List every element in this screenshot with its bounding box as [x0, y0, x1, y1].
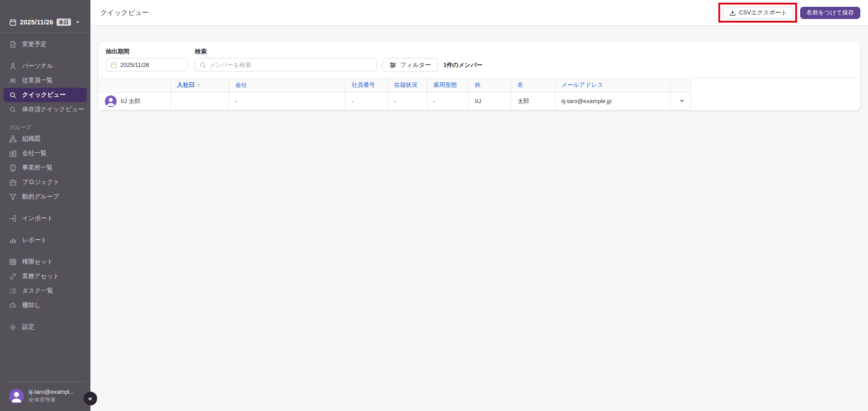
sidebar-item-label: 業務アセット	[22, 272, 59, 280]
collapse-icon: «	[88, 395, 92, 402]
sidebar-item-permission-set[interactable]: 権限セット	[0, 255, 90, 269]
sidebar-group: レポート	[0, 233, 90, 247]
bar-chart-icon	[9, 236, 17, 244]
column-header-email[interactable]: メールアドレス	[555, 78, 670, 92]
sidebar-item-label: 権限セット	[22, 258, 53, 266]
sidebar-item-personal[interactable]: パーソナル	[0, 59, 90, 73]
people-icon	[9, 77, 17, 85]
topbar: クイックビュー CSVエクスポート 名前をつけて保存	[90, 0, 868, 26]
cell-first-name: 太郎	[511, 92, 555, 110]
members-table: 入社日↑会社社員番号在籍状況雇用形態姓名メールアドレス IIJ 太郎----II…	[99, 78, 691, 110]
sidebar-nav: 変更予定パーソナル従業員一覧クイックビュー保存済クイックビューグループ組織図会社…	[0, 37, 90, 334]
period-input[interactable]	[106, 58, 188, 71]
cloud-download-icon	[9, 302, 17, 309]
sidebar-item-project[interactable]: プロジェクト	[0, 175, 90, 189]
user-account[interactable]: iij-taro@exampl... 全体管理者	[0, 388, 90, 404]
column-label[interactable]: 社員番号	[352, 81, 375, 88]
table-row: IIJ 太郎----IIJ太郎iij-taro@example.jp	[99, 92, 690, 110]
footer-divider	[5, 382, 85, 382]
member-cell: IIJ 太郎	[99, 92, 170, 110]
period-label: 抽出期間	[106, 47, 188, 55]
column-label[interactable]: 姓	[475, 81, 481, 88]
cell-company: -	[229, 92, 345, 110]
sidebar-item-label: 設定	[22, 323, 34, 331]
sidebar-footer: iij-taro@exampl... 全体管理者	[0, 375, 90, 411]
grid-icon	[9, 258, 17, 266]
sidebar-item-employee-list[interactable]: 従業員一覧	[0, 73, 90, 88]
sidebar-item-label: 従業員一覧	[22, 76, 53, 85]
sidebar-item-saved-quick-view[interactable]: 保存済クイックビュー	[0, 102, 90, 117]
chevron-down-icon	[679, 97, 685, 105]
column-header-last-name[interactable]: 姓	[468, 78, 511, 92]
sidebar-item-inventory[interactable]: 棚卸し	[0, 298, 90, 312]
sidebar-collapse-button[interactable]: «	[83, 392, 97, 406]
sidebar-item-org-chart[interactable]: 組織図	[0, 132, 90, 146]
column-header-company[interactable]: 会社	[229, 78, 345, 92]
cell-hire-date	[170, 92, 229, 110]
column-label[interactable]: 在籍状況	[394, 81, 418, 88]
org-chart-icon	[9, 135, 17, 143]
sidebar-item-label: 会社一覧	[22, 149, 47, 157]
sidebar-item-label: レポート	[22, 236, 47, 244]
filter-button[interactable]: フィルター	[382, 58, 438, 72]
sidebar-item-task-list[interactable]: タスク一覧	[0, 283, 90, 298]
user-role: 全体管理者	[28, 396, 74, 404]
column-header-employment-type[interactable]: 雇用形態	[427, 78, 468, 92]
column-label[interactable]: 入社日	[177, 81, 195, 88]
save-as-button[interactable]: 名前をつけて保存	[800, 7, 860, 19]
column-label[interactable]: メールアドレス	[561, 81, 604, 88]
link-icon	[9, 273, 17, 280]
sliders-icon	[389, 61, 396, 69]
search-icon	[199, 61, 207, 69]
sidebar-item-label: タスク一覧	[22, 287, 53, 295]
search-input[interactable]	[195, 58, 376, 71]
cell-employment-type: -	[427, 92, 468, 110]
sidebar-item-label: 動的グループ	[22, 193, 59, 201]
cell-last-name: IIJ	[468, 92, 511, 110]
column-label[interactable]: 雇用形態	[434, 81, 457, 88]
briefcase-icon	[9, 179, 17, 186]
sidebar-item-label: インポート	[22, 214, 53, 222]
column-header-employee-no[interactable]: 社員番号	[345, 78, 387, 92]
sidebar-item-settings[interactable]: 設定	[0, 320, 90, 334]
cell-email: iij-taro@example.jp	[555, 92, 670, 110]
sidebar-item-label: 変更予定	[22, 40, 47, 48]
csv-export-wrap: CSVエクスポート	[723, 7, 793, 19]
date-selector[interactable]: 2025/11/26 本日	[0, 16, 90, 28]
sidebar-item-import[interactable]: インポート	[0, 211, 90, 226]
column-label[interactable]: 会社	[236, 81, 247, 88]
app-root: 2025/11/26 本日 変更予定パーソナル従業員一覧クイックビュー保存済クイ…	[0, 0, 868, 411]
sidebar-group: 設定	[0, 320, 90, 334]
search-input-box	[195, 58, 377, 71]
column-header-member	[99, 78, 170, 92]
sort-asc-icon: ↑	[197, 81, 200, 88]
save-as-label: 名前をつけて保存	[807, 9, 854, 17]
table-header-row: 入社日↑会社社員番号在籍状況雇用形態姓名メールアドレス	[99, 78, 690, 92]
quick-view-card: 抽出期間 検索	[99, 42, 860, 110]
search-label: 検索	[195, 47, 377, 55]
column-label[interactable]: 名	[518, 81, 524, 88]
sidebar-item-report[interactable]: レポート	[0, 233, 90, 247]
import-icon	[9, 215, 17, 222]
selected-date: 2025/11/26	[20, 19, 53, 26]
funnel-icon	[9, 193, 17, 201]
content: 抽出期間 検索	[90, 26, 868, 411]
sidebar-item-label: 棚卸し	[22, 301, 41, 309]
person-icon	[9, 62, 17, 70]
sidebar-item-office-list[interactable]: 事業所一覧	[0, 161, 90, 175]
row-actions-cell	[670, 92, 690, 110]
building-icon	[9, 164, 17, 172]
column-header-first-name[interactable]: 名	[511, 78, 555, 92]
sidebar-item-business-asset[interactable]: 業務アセット	[0, 269, 90, 283]
member-link[interactable]: IIJ 太郎	[105, 95, 167, 107]
sidebar-item-dynamic-group[interactable]: 動的グループ	[0, 189, 90, 204]
gear-icon	[9, 323, 17, 331]
row-expand-button[interactable]	[677, 95, 687, 107]
sidebar-item-change-schedule[interactable]: 変更予定	[0, 37, 90, 52]
csv-export-button[interactable]: CSVエクスポート	[723, 7, 793, 19]
column-header-hire-date[interactable]: 入社日↑	[170, 78, 229, 92]
sidebar-item-quick-view[interactable]: クイックビュー	[4, 88, 87, 102]
sidebar-item-company-list[interactable]: 会社一覧	[0, 146, 90, 161]
period-filter-group: 抽出期間	[106, 47, 188, 71]
column-header-enrollment-status[interactable]: 在籍状況	[387, 78, 427, 92]
